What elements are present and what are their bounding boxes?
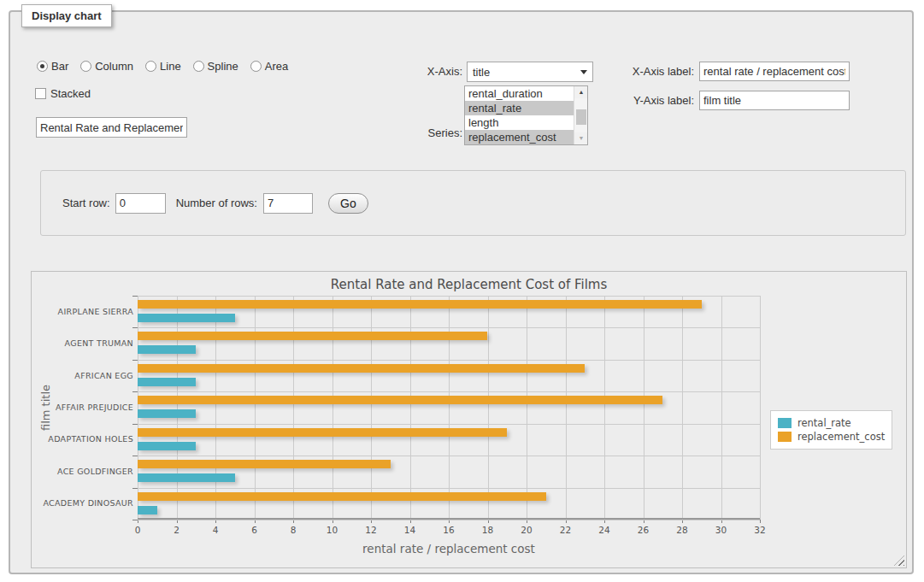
chart-legend: rental_ratereplacement_cost: [770, 410, 892, 450]
bar-rental_rate: [138, 442, 196, 450]
x-tick-label: 10: [320, 525, 345, 535]
gridline: [527, 296, 527, 520]
gridline: [138, 456, 760, 456]
x-tick-label: 24: [591, 525, 617, 535]
bar-replacement_cost: [138, 460, 391, 468]
stacked-checkbox[interactable]: [35, 88, 46, 99]
radio-icon[interactable]: [37, 61, 48, 72]
gridline: [138, 424, 760, 425]
chart-type-radio-area[interactable]: Area: [250, 60, 288, 73]
chart-type-label: Bar: [51, 60, 68, 73]
bar-rental_rate: [138, 409, 196, 418]
series-select-label: Series:: [399, 126, 462, 139]
scroll-up-icon[interactable]: ▲: [574, 86, 588, 98]
listbox-scrollbar[interactable]: ▲ ▼: [574, 86, 587, 144]
number-of-rows-input[interactable]: [263, 193, 313, 214]
category-label: AIRPLANE SIERRA: [32, 307, 133, 317]
display-chart-panel: BarColumnLineSplineArea Stacked X-Axis: …: [9, 10, 914, 574]
tick-mark: [132, 456, 138, 456]
chart-type-radio-column[interactable]: Column: [80, 60, 133, 73]
series-option-length[interactable]: length: [465, 115, 574, 130]
bar-rental_rate: [138, 378, 196, 386]
tick-mark: [760, 520, 761, 523]
gridline: [138, 488, 760, 489]
tick-mark: [132, 327, 138, 328]
bar-replacement_cost: [138, 300, 702, 309]
radio-icon[interactable]: [193, 61, 204, 72]
stacked-label: Stacked: [50, 87, 91, 100]
chart-type-radio-bar[interactable]: Bar: [37, 60, 68, 73]
gridline: [138, 360, 760, 361]
gridline: [333, 296, 333, 520]
radio-icon[interactable]: [250, 61, 262, 72]
x-axis-select[interactable]: title: [467, 62, 593, 82]
x-tick-label: 0: [125, 525, 150, 535]
go-button[interactable]: Go: [328, 193, 368, 214]
gridline: [760, 296, 761, 520]
category-label: ACADEMY DINOSAUR: [32, 498, 133, 509]
stacked-checkbox-row[interactable]: Stacked: [35, 87, 91, 100]
chart-type-radio-spline[interactable]: Spline: [193, 60, 238, 73]
chart-type-label: Column: [95, 60, 133, 73]
x-tick-label: 4: [203, 525, 228, 535]
radio-icon[interactable]: [80, 61, 91, 72]
gridline: [488, 296, 489, 520]
legend-swatch: [778, 418, 792, 428]
series-option-rental_rate[interactable]: rental_rate: [465, 101, 574, 115]
legend-entry: replacement_cost: [778, 431, 885, 443]
bar-rental_rate: [138, 506, 157, 514]
x-tick-label: 26: [631, 525, 656, 535]
bar-rental_rate: [138, 314, 235, 322]
series-listbox[interactable]: rental_durationrental_ratelengthreplacem…: [464, 85, 588, 145]
gridline: [682, 296, 683, 520]
x-axis-title: rental rate / replacement cost: [138, 542, 760, 556]
x-tick-label: 16: [436, 525, 462, 535]
category-label: AFFAIR PREJUDICE: [32, 403, 133, 413]
x-axis-label-input[interactable]: [699, 62, 850, 81]
chart-type-radio-group: BarColumnLineSplineArea: [37, 60, 288, 73]
bar-rental_rate: [138, 345, 196, 354]
gridline: [410, 296, 411, 520]
series-option-replacement_cost[interactable]: replacement_cost: [465, 130, 574, 144]
category-label: AFRICAN EGG: [32, 371, 133, 381]
gridline: [138, 296, 138, 520]
start-row-input[interactable]: [115, 193, 166, 214]
x-tick-label: 20: [514, 525, 539, 535]
gridline: [255, 296, 256, 520]
rows-controls-box: Start row: Number of rows: Go: [40, 170, 906, 236]
gridline: [293, 296, 294, 520]
scroll-down-icon[interactable]: ▼: [574, 132, 588, 144]
x-tick-label: 28: [669, 525, 695, 535]
gridline: [721, 296, 722, 520]
category-label: ACE GOLDFINGER: [32, 467, 133, 477]
gridline: [138, 391, 760, 392]
legend-swatch: [778, 432, 792, 442]
number-of-rows-label: Number of rows:: [176, 197, 257, 209]
y-axis-label-input[interactable]: [699, 91, 850, 110]
gridline: [449, 296, 450, 520]
chart-type-radio-line[interactable]: Line: [145, 60, 181, 73]
chart-title: Rental Rate and Replacement Cost of Film…: [32, 277, 906, 292]
tick-mark: [132, 296, 138, 297]
tick-mark: [132, 488, 138, 489]
chart-type-label: Line: [160, 60, 181, 73]
scrollbar-thumb[interactable]: [576, 109, 586, 125]
tick-mark: [132, 520, 138, 520]
resize-handle-icon[interactable]: [894, 556, 904, 566]
legend-label: replacement_cost: [797, 431, 885, 443]
chart-type-label: Area: [265, 60, 288, 73]
category-label: AGENT TRUMAN: [32, 338, 133, 349]
y-axis-label-label: Y-Axis label:: [609, 94, 694, 107]
radio-icon[interactable]: [145, 61, 156, 72]
x-tick-label: 2: [164, 525, 190, 535]
chart-title-input[interactable]: [36, 117, 187, 138]
gridline: [177, 296, 178, 520]
legend-label: rental_rate: [797, 417, 851, 429]
bar-replacement_cost: [138, 332, 487, 340]
gridline: [215, 296, 216, 520]
x-tick-label: 6: [242, 525, 268, 535]
gridline: [138, 296, 760, 297]
series-option-rental_duration[interactable]: rental_duration: [465, 86, 574, 101]
x-axis-selected-value: title: [473, 66, 490, 79]
tick-mark: [132, 360, 138, 361]
